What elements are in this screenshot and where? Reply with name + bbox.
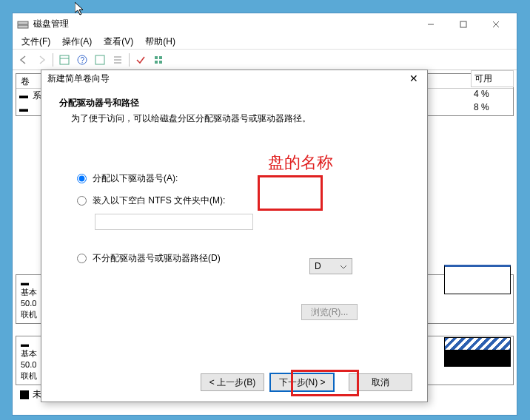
legend-swatch-icon bbox=[20, 390, 29, 399]
radio-assign-letter-label: 分配以下驱动器号(A): bbox=[93, 172, 178, 185]
new-simple-volume-wizard: 新建简单卷向导 ✕ 分配驱动器号和路径 为了便于访问，可以给磁盘分区分配驱动器号… bbox=[41, 70, 428, 402]
wizard-heading: 分配驱动器号和路径 bbox=[59, 97, 409, 109]
svg-rect-0 bbox=[18, 21, 28, 24]
column-available: 可用 4 % 8 % bbox=[471, 70, 514, 114]
svg-text:?: ? bbox=[81, 56, 85, 64]
cell-available: 8 % bbox=[471, 101, 514, 114]
svg-rect-1 bbox=[18, 25, 28, 28]
chevron-down-icon bbox=[340, 261, 347, 271]
minimize-button[interactable] bbox=[415, 14, 447, 35]
toolbar: ? bbox=[13, 50, 517, 70]
svg-rect-15 bbox=[159, 56, 162, 59]
check-icon[interactable] bbox=[132, 52, 149, 68]
wizard-body: 分配驱动器号和路径 为了便于访问，可以给磁盘分区分配驱动器号或驱动器路径。 分配… bbox=[41, 87, 427, 267]
radio-mount-ntfs-label: 装入以下空白 NTFS 文件夹中(M): bbox=[93, 194, 225, 207]
partition-graphic bbox=[444, 265, 511, 294]
wizard-titlebar: 新建简单卷向导 ✕ bbox=[41, 70, 427, 87]
svg-rect-17 bbox=[159, 61, 162, 64]
view-icon[interactable] bbox=[56, 52, 73, 68]
disk-icon: ▬ bbox=[21, 339, 29, 348]
annotation-label: 盘的名称 bbox=[268, 152, 333, 174]
svg-rect-6 bbox=[60, 55, 69, 64]
maximize-button[interactable] bbox=[447, 14, 480, 35]
radio-no-assign-label: 不分配驱动器号或驱动器路径(D) bbox=[93, 252, 221, 265]
grid-icon[interactable] bbox=[150, 52, 167, 68]
refresh-icon[interactable] bbox=[92, 52, 108, 68]
wizard-footer: < 上一步(B) 下一步(N) > 取消 bbox=[201, 373, 412, 391]
cell-available: 4 % bbox=[471, 87, 514, 101]
radio-mount-ntfs-input[interactable] bbox=[77, 196, 87, 206]
help-icon[interactable]: ? bbox=[74, 52, 90, 68]
list-icon[interactable] bbox=[110, 52, 126, 68]
window-controls bbox=[415, 14, 512, 35]
partition-graphic bbox=[444, 337, 511, 367]
close-button[interactable] bbox=[480, 14, 512, 35]
nav-back-icon[interactable] bbox=[16, 52, 32, 68]
wizard-title: 新建简单卷向导 bbox=[47, 72, 406, 85]
drive-letter-value: D bbox=[315, 261, 321, 271]
svg-rect-14 bbox=[155, 56, 158, 59]
menu-help[interactable]: 帮助(H) bbox=[139, 35, 181, 48]
disk-icon: ▬ bbox=[16, 104, 28, 114]
app-icon bbox=[17, 18, 29, 30]
disk-icon: ▬ bbox=[16, 90, 28, 101]
back-button[interactable]: < 上一步(B) bbox=[201, 373, 264, 391]
mount-path-input[interactable] bbox=[95, 214, 253, 230]
next-button[interactable]: 下一步(N) > bbox=[270, 373, 334, 391]
menu-action[interactable]: 操作(A) bbox=[56, 35, 98, 48]
svg-rect-3 bbox=[460, 21, 466, 27]
disk-icon: ▬ bbox=[21, 278, 29, 287]
wizard-subtitle: 为了便于访问，可以给磁盘分区分配驱动器号或驱动器路径。 bbox=[71, 112, 409, 125]
radio-no-assign-input[interactable] bbox=[77, 254, 87, 263]
mouse-cursor bbox=[75, 2, 87, 20]
radio-assign-letter-input[interactable] bbox=[77, 174, 87, 183]
radio-assign-letter[interactable]: 分配以下驱动器号(A): bbox=[77, 169, 409, 187]
svg-rect-16 bbox=[155, 61, 158, 64]
main-window-title: 磁盘管理 bbox=[33, 18, 415, 30]
radio-mount-ntfs[interactable]: 装入以下空白 NTFS 文件夹中(M): bbox=[77, 192, 409, 209]
svg-rect-10 bbox=[95, 55, 104, 64]
nav-forward-icon[interactable] bbox=[33, 52, 50, 68]
close-icon[interactable]: ✕ bbox=[406, 72, 421, 84]
main-titlebar: 磁盘管理 bbox=[13, 13, 517, 35]
drive-letter-select[interactable]: D bbox=[309, 258, 352, 274]
menu-view[interactable]: 查看(V) bbox=[98, 35, 139, 48]
menu-bar: 文件(F) 操作(A) 查看(V) 帮助(H) bbox=[13, 35, 517, 50]
col-available-header[interactable]: 可用 bbox=[471, 70, 514, 87]
browse-button: 浏览(R)... bbox=[301, 304, 358, 320]
cancel-button[interactable]: 取消 bbox=[349, 373, 412, 391]
radio-no-assign[interactable]: 不分配驱动器号或驱动器路径(D) bbox=[77, 249, 409, 267]
menu-file[interactable]: 文件(F) bbox=[16, 35, 56, 48]
